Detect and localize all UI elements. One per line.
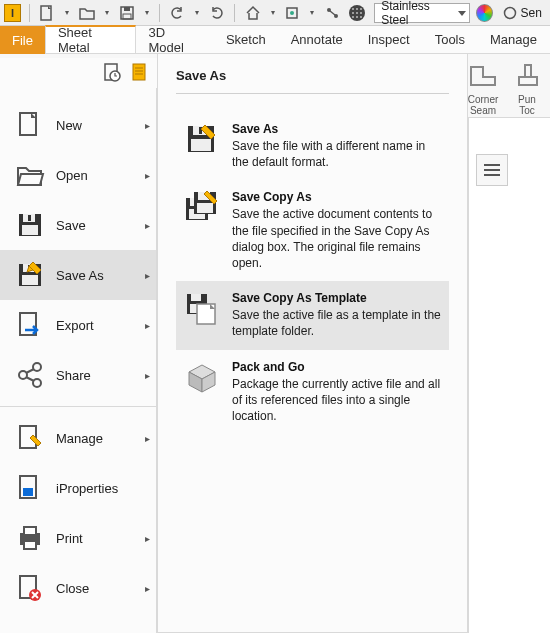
save-icon[interactable]	[117, 3, 136, 23]
doc-list-icon[interactable]	[129, 62, 151, 84]
tab-manage[interactable]: Manage	[478, 26, 550, 53]
save-copy-as-icon	[184, 190, 220, 226]
svg-rect-31	[28, 215, 31, 221]
save-template-icon	[184, 291, 220, 327]
ribbon-tabs: File Sheet Metal 3D Model Sketch Annotat…	[0, 26, 550, 54]
share-icon	[14, 359, 46, 391]
submenu-item-desc: Save the active file as a template in th…	[232, 307, 441, 339]
iproperties-icon	[14, 472, 46, 504]
appearance-selector[interactable]: Sen	[499, 6, 546, 20]
file-small-tools	[0, 58, 157, 88]
svg-point-17	[356, 16, 358, 18]
svg-rect-2	[124, 7, 130, 11]
chevron-right-icon: ▸	[145, 320, 150, 331]
svg-rect-54	[191, 139, 211, 151]
svg-point-5	[290, 11, 294, 15]
open-icon[interactable]	[78, 3, 97, 23]
save-as-floppy-icon	[14, 259, 46, 291]
tab-sketch[interactable]: Sketch	[214, 26, 279, 53]
connect-icon[interactable]	[323, 3, 342, 23]
svg-point-14	[356, 12, 358, 14]
submenu-save-as[interactable]: Save As Save the file with a different n…	[176, 112, 449, 180]
menu-divider	[0, 406, 156, 407]
submenu-save-copy-as-template[interactable]: Save Copy As Template Save the active fi…	[176, 281, 449, 349]
tab-annotate[interactable]: Annotate	[279, 26, 356, 53]
export-icon	[14, 309, 46, 341]
app-icon[interactable]: I	[4, 4, 21, 22]
svg-point-19	[504, 7, 515, 18]
tab-inspect[interactable]: Inspect	[356, 26, 423, 53]
tab-3d-model[interactable]: 3D Model	[136, 26, 214, 53]
file-menu-iproperties[interactable]: iProperties	[0, 463, 156, 513]
ribbon-corner-seam[interactable]: CornerSeam	[466, 54, 500, 117]
submenu-item-desc: Package the currently active file and al…	[232, 376, 441, 425]
chevron-right-icon: ▸	[145, 120, 150, 131]
submenu-item-label: Save Copy As	[232, 190, 441, 204]
file-menu-save[interactable]: Save ▸	[0, 200, 156, 250]
svg-rect-24	[133, 64, 145, 80]
save-as-icon	[184, 122, 220, 158]
redo-icon[interactable]	[208, 3, 227, 23]
svg-line-8	[330, 11, 335, 15]
file-menu: New ▸ Open ▸ Save ▸ Save As ▸ Export ▸ S…	[0, 88, 157, 633]
submenu-title: Save As	[176, 68, 449, 94]
svg-point-18	[360, 16, 362, 18]
chevron-right-icon: ▸	[145, 370, 150, 381]
svg-rect-48	[24, 541, 36, 549]
hamburger-icon	[484, 169, 500, 171]
file-menu-open[interactable]: Open ▸	[0, 150, 156, 200]
chevron-right-icon: ▸	[145, 583, 150, 594]
svg-point-10	[352, 8, 354, 10]
home-icon[interactable]	[243, 3, 262, 23]
tab-tools[interactable]: Tools	[423, 26, 478, 53]
svg-point-15	[360, 12, 362, 14]
save-as-submenu: Save As Save As Save the file with a dif…	[157, 54, 468, 633]
chevron-right-icon: ▸	[145, 170, 150, 181]
undo-icon[interactable]	[168, 3, 187, 23]
file-menu-new[interactable]: New ▸	[0, 100, 156, 150]
svg-point-16	[352, 16, 354, 18]
file-menu-manage[interactable]: Manage ▸	[0, 413, 156, 463]
submenu-pack-and-go[interactable]: Pack and Go Package the currently active…	[176, 350, 449, 435]
file-menu-export[interactable]: Export ▸	[0, 300, 156, 350]
save-floppy-icon	[14, 209, 46, 241]
svg-rect-21	[525, 65, 531, 77]
panel-menu-button[interactable]	[476, 154, 508, 186]
recent-doc-icon[interactable]	[101, 62, 123, 84]
submenu-save-copy-as[interactable]: Save Copy As Save the active document co…	[176, 180, 449, 281]
chevron-right-icon: ▸	[145, 533, 150, 544]
pack-and-go-icon	[184, 360, 220, 396]
svg-point-11	[356, 8, 358, 10]
manage-icon	[14, 422, 46, 454]
file-menu-save-as[interactable]: Save As ▸	[0, 250, 156, 300]
submenu-item-desc: Save the file with a different name in t…	[232, 138, 441, 170]
svg-line-41	[26, 369, 34, 373]
svg-point-12	[360, 8, 362, 10]
chevron-right-icon: ▸	[145, 433, 150, 444]
svg-rect-60	[197, 203, 213, 213]
svg-line-42	[26, 377, 34, 381]
close-file-icon	[14, 572, 46, 604]
ribbon-punch-tool[interactable]: PunToc	[510, 54, 544, 117]
chevron-right-icon: ▸	[145, 220, 150, 231]
team-icon[interactable]	[283, 3, 302, 23]
new-file-icon[interactable]	[38, 3, 57, 23]
appearance-icon[interactable]	[476, 4, 493, 22]
open-folder-icon	[14, 159, 46, 191]
submenu-item-label: Save As	[232, 122, 441, 136]
new-icon	[14, 109, 46, 141]
material-selector[interactable]: Stainless Steel	[374, 3, 470, 23]
file-menu-share[interactable]: Share ▸	[0, 350, 156, 400]
file-menu-print[interactable]: Print ▸	[0, 513, 156, 563]
file-tab[interactable]: File	[0, 26, 45, 54]
punch-tool-icon	[510, 58, 544, 92]
canvas-area	[468, 118, 550, 633]
chevron-right-icon: ▸	[145, 270, 150, 281]
svg-point-13	[352, 12, 354, 14]
file-menu-close[interactable]: Close ▸	[0, 563, 156, 613]
svg-rect-45	[23, 488, 33, 496]
pattern-icon[interactable]	[348, 3, 367, 23]
tab-sheet-metal[interactable]: Sheet Metal	[45, 25, 136, 53]
corner-seam-icon	[466, 58, 500, 92]
svg-rect-32	[22, 225, 38, 235]
